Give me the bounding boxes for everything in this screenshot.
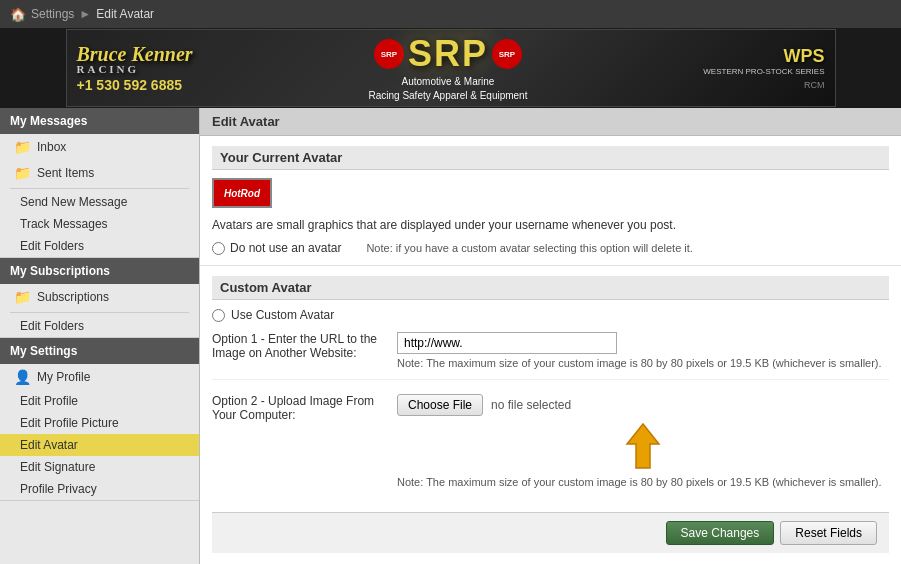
- use-custom-radio[interactable]: [212, 309, 225, 322]
- sidebar-divider-2: [10, 312, 189, 313]
- banner-center: SRP SRP SRP Automotive & Marine Racing S…: [368, 33, 527, 103]
- banner-phone: +1 530 592 6885: [77, 77, 183, 93]
- sub-folder-icon: 📁: [14, 289, 31, 305]
- main-layout: My Messages 📁 Inbox 📁 Sent Items Send Ne…: [0, 108, 901, 564]
- edit-folders-sub-label: Edit Folders: [20, 319, 84, 333]
- sidebar-item-subscriptions[interactable]: 📁 Subscriptions: [0, 284, 199, 310]
- racing-label: Racing: [77, 64, 193, 75]
- sidebar-item-edit-profile[interactable]: Edit Profile: [0, 390, 199, 412]
- banner-kenner-name: Bruce Kenner Racing: [77, 44, 193, 75]
- custom-avatar-title: Custom Avatar: [212, 276, 889, 300]
- banner-inner: Bruce Kenner Racing +1 530 592 6885 SRP …: [66, 29, 836, 107]
- sidebar-section-subscriptions: My Subscriptions 📁 Subscriptions Edit Fo…: [0, 258, 199, 338]
- option1-note: Note: The maximum size of your custom im…: [397, 357, 889, 369]
- sidebar-item-edit-avatar[interactable]: Edit Avatar: [0, 434, 199, 456]
- custom-avatar-section: Custom Avatar Use Custom Avatar Option 1…: [200, 266, 901, 563]
- sidebar-section-messages: My Messages 📁 Inbox 📁 Sent Items Send Ne…: [0, 108, 199, 258]
- option2-content: Choose File no file selected Note: The m…: [397, 394, 889, 488]
- file-upload-row: Choose File no file selected: [397, 394, 889, 416]
- use-custom-row: Use Custom Avatar: [212, 308, 889, 322]
- breadcrumb-separator: ►: [79, 7, 91, 21]
- top-bar: 🏠 Settings ► Edit Avatar: [0, 0, 901, 28]
- choose-file-button[interactable]: Choose File: [397, 394, 483, 416]
- save-changes-button[interactable]: Save Changes: [666, 521, 775, 545]
- breadcrumb-settings[interactable]: Settings: [31, 7, 74, 21]
- send-new-label: Send New Message: [20, 195, 127, 209]
- avatar-image-box: HotRod: [212, 178, 272, 208]
- avatar-desc: Avatars are small graphics that are disp…: [212, 218, 676, 232]
- srp-logo-circle2: SRP: [492, 39, 522, 69]
- sidebar-item-my-profile[interactable]: 👤 My Profile: [0, 364, 199, 390]
- banner-left: Bruce Kenner Racing +1 530 592 6885: [77, 44, 193, 93]
- edit-avatar-label: Edit Avatar: [20, 438, 78, 452]
- no-avatar-row: Do not use an avatar Note: if you have a…: [212, 241, 889, 255]
- current-avatar-title: Your Current Avatar: [212, 146, 889, 170]
- sidebar-divider-1: [10, 188, 189, 189]
- url-input[interactable]: [397, 332, 617, 354]
- breadcrumb-current: Edit Avatar: [96, 7, 154, 21]
- sidebar-section-settings: My Settings 👤 My Profile Edit Profile Ed…: [0, 338, 199, 501]
- sidebar-item-inbox[interactable]: 📁 Inbox: [0, 134, 199, 160]
- option2-row: Option 2 - Upload Image From Your Comput…: [212, 394, 889, 498]
- banner-wps-sub: WESTERN PRO-STOCK SERIES: [703, 67, 824, 77]
- arrow-svg: [623, 422, 663, 470]
- current-avatar-section: Your Current Avatar HotRod Avatars are s…: [200, 136, 901, 266]
- content-header: Edit Avatar: [200, 108, 901, 136]
- srp-sub1: Automotive & Marine: [368, 75, 527, 89]
- no-avatar-radio[interactable]: [212, 242, 225, 255]
- srp-logo-circle: SRP: [374, 39, 404, 69]
- avatar-img-text: HotRod: [224, 188, 260, 199]
- banner: Bruce Kenner Racing +1 530 592 6885 SRP …: [0, 28, 901, 108]
- option2-note: Note: The maximum size of your custom im…: [397, 476, 889, 488]
- sidebar-item-track[interactable]: Track Messages: [0, 213, 199, 235]
- edit-signature-label: Edit Signature: [20, 460, 95, 474]
- sidebar-item-profile-privacy[interactable]: Profile Privacy: [0, 478, 199, 500]
- option1-row: Option 1 - Enter the URL to the Image on…: [212, 332, 889, 380]
- user-icon: 👤: [14, 369, 31, 385]
- sent-label: Sent Items: [37, 166, 94, 180]
- banner-srp: SRP: [408, 33, 488, 75]
- option1-label: Option 1 - Enter the URL to the Image on…: [212, 332, 387, 360]
- use-custom-label[interactable]: Use Custom Avatar: [231, 308, 334, 322]
- banner-subtitle: Automotive & Marine Racing Safety Appare…: [368, 75, 527, 103]
- sidebar-item-edit-folders-msg[interactable]: Edit Folders: [0, 235, 199, 257]
- srp-sub2: Racing Safety Apparel & Equipment: [368, 89, 527, 103]
- svg-marker-0: [627, 424, 659, 468]
- no-avatar-label[interactable]: Do not use an avatar: [230, 241, 341, 255]
- no-file-selected-text: no file selected: [491, 398, 571, 412]
- banner-right: WPS WESTERN PRO-STOCK SERIES RCM: [703, 46, 824, 89]
- content-area: Edit Avatar Your Current Avatar HotRod A…: [200, 108, 901, 564]
- profile-privacy-label: Profile Privacy: [20, 482, 97, 496]
- edit-profile-label: Edit Profile: [20, 394, 78, 408]
- subscriptions-header: My Subscriptions: [0, 258, 199, 284]
- sidebar-item-sent[interactable]: 📁 Sent Items: [0, 160, 199, 186]
- option1-content: Note: The maximum size of your custom im…: [397, 332, 889, 369]
- action-bar: Save Changes Reset Fields: [212, 512, 889, 553]
- kenner-name-text: Bruce Kenner: [77, 43, 193, 65]
- avatar-info-row: Avatars are small graphics that are disp…: [212, 218, 889, 232]
- breadcrumb: 🏠 Settings ► Edit Avatar: [10, 7, 154, 22]
- my-profile-label: My Profile: [37, 370, 90, 384]
- banner-rcm: RCM: [804, 80, 825, 90]
- sidebar-item-edit-signature[interactable]: Edit Signature: [0, 456, 199, 478]
- avatar-current-wrapper: HotRod Avatars are small graphics that a…: [212, 178, 889, 255]
- inbox-folder-icon: 📁: [14, 139, 31, 155]
- no-avatar-note: Note: if you have a custom avatar select…: [366, 242, 693, 254]
- messages-header: My Messages: [0, 108, 199, 134]
- inbox-label: Inbox: [37, 140, 66, 154]
- sent-folder-icon: 📁: [14, 165, 31, 181]
- sidebar: My Messages 📁 Inbox 📁 Sent Items Send Ne…: [0, 108, 200, 564]
- arrow-indicator: [397, 422, 889, 470]
- banner-wps: WPS: [783, 46, 824, 67]
- subscriptions-label: Subscriptions: [37, 290, 109, 304]
- sidebar-item-send-new[interactable]: Send New Message: [0, 191, 199, 213]
- reset-fields-button[interactable]: Reset Fields: [780, 521, 877, 545]
- sidebar-item-edit-profile-picture[interactable]: Edit Profile Picture: [0, 412, 199, 434]
- home-icon: 🏠: [10, 7, 26, 22]
- settings-header: My Settings: [0, 338, 199, 364]
- sidebar-item-edit-folders-sub[interactable]: Edit Folders: [0, 315, 199, 337]
- option2-label: Option 2 - Upload Image From Your Comput…: [212, 394, 387, 422]
- track-label: Track Messages: [20, 217, 108, 231]
- edit-profile-picture-label: Edit Profile Picture: [20, 416, 119, 430]
- edit-folders-msg-label: Edit Folders: [20, 239, 84, 253]
